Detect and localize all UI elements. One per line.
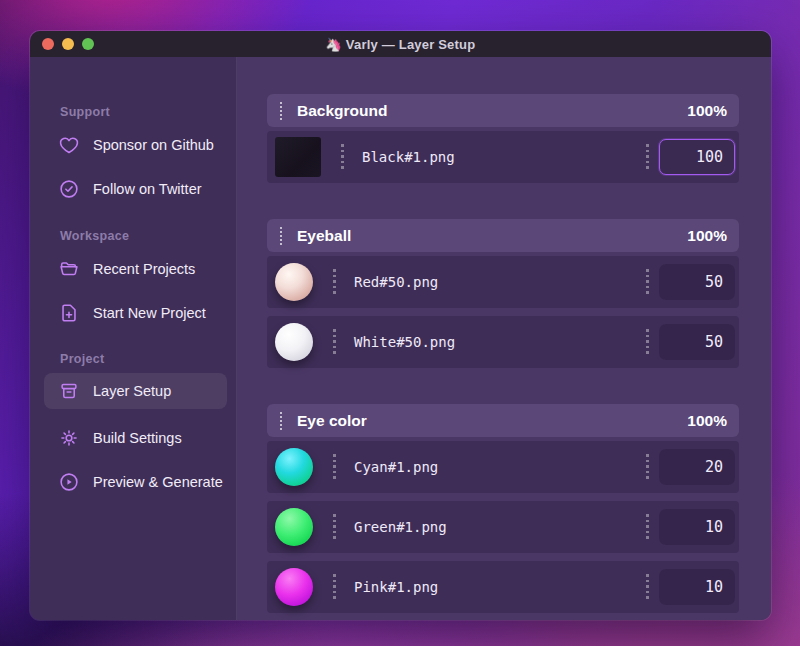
sidebar-section-project: Project bbox=[60, 352, 236, 366]
sidebar-item-sponsor-github[interactable]: Sponsor on Github bbox=[44, 130, 227, 160]
drag-handle-icon[interactable] bbox=[646, 269, 649, 295]
layer-weight-input[interactable] bbox=[659, 139, 735, 175]
drag-handle-icon[interactable] bbox=[333, 269, 336, 295]
layer-group-background: Background 100% Black#1.png bbox=[267, 94, 739, 183]
drag-handle-icon[interactable] bbox=[646, 329, 649, 355]
layer-filename: Red#50.png bbox=[354, 274, 646, 290]
sidebar-item-label: Follow on Twitter bbox=[93, 181, 202, 197]
drag-handle-icon[interactable] bbox=[333, 574, 336, 600]
layer-thumbnail bbox=[275, 508, 313, 546]
layer-thumbnail bbox=[275, 568, 313, 606]
layer-row: White#50.png bbox=[267, 316, 739, 368]
drag-handle-icon[interactable] bbox=[279, 226, 283, 246]
drag-handle-icon[interactable] bbox=[333, 514, 336, 540]
folder-open-icon bbox=[58, 258, 80, 280]
sidebar-item-layer-setup[interactable]: Layer Setup bbox=[44, 373, 227, 409]
layer-filename: Green#1.png bbox=[354, 519, 646, 535]
group-title: Eyeball bbox=[297, 227, 687, 245]
group-weight: 100% bbox=[687, 102, 727, 120]
sidebar-item-label: Preview & Generate bbox=[93, 474, 223, 490]
drag-handle-icon[interactable] bbox=[333, 329, 336, 355]
layer-thumbnail bbox=[275, 263, 313, 301]
sidebar-section-support: Support bbox=[60, 105, 236, 119]
group-weight: 100% bbox=[687, 412, 727, 430]
layer-filename: Pink#1.png bbox=[354, 579, 646, 595]
layer-filename: White#50.png bbox=[354, 334, 646, 350]
app-window: 🦄 Varly — Layer Setup Support Sponsor on… bbox=[30, 31, 771, 620]
drag-handle-icon[interactable] bbox=[646, 574, 649, 600]
drag-handle-icon[interactable] bbox=[279, 101, 283, 121]
play-circle-icon bbox=[58, 471, 80, 493]
sidebar-item-label: Recent Projects bbox=[93, 261, 195, 277]
sidebar-item-follow-twitter[interactable]: Follow on Twitter bbox=[44, 174, 227, 204]
layer-weight-input[interactable] bbox=[659, 569, 735, 605]
layer-row: Green#1.png bbox=[267, 501, 739, 553]
sidebar-item-build-settings[interactable]: Build Settings bbox=[44, 423, 227, 453]
drag-handle-icon[interactable] bbox=[646, 144, 649, 170]
layer-row: Cyan#1.png bbox=[267, 441, 739, 493]
app-unicorn-icon: 🦄 bbox=[326, 37, 342, 52]
window-title-text: Varly — Layer Setup bbox=[346, 37, 476, 52]
drag-handle-icon[interactable] bbox=[333, 454, 336, 480]
layer-filename: Black#1.png bbox=[362, 149, 646, 165]
layer-group-eyeball: Eyeball 100% Red#50.png White#50.png bbox=[267, 219, 739, 368]
document-plus-icon bbox=[58, 302, 80, 324]
group-weight: 100% bbox=[687, 227, 727, 245]
layer-weight-input[interactable] bbox=[659, 449, 735, 485]
sidebar-item-preview-generate[interactable]: Preview & Generate bbox=[44, 467, 227, 497]
layer-thumbnail bbox=[275, 448, 313, 486]
layer-filename: Cyan#1.png bbox=[354, 459, 646, 475]
group-title: Eye color bbox=[297, 412, 687, 430]
gear-icon bbox=[58, 427, 80, 449]
layer-weight-input[interactable] bbox=[659, 264, 735, 300]
layer-row: Pink#1.png bbox=[267, 561, 739, 613]
layer-row: Black#1.png bbox=[267, 131, 739, 183]
group-header: Eye color 100% bbox=[267, 404, 739, 437]
drag-handle-icon[interactable] bbox=[646, 454, 649, 480]
sidebar-item-recent-projects[interactable]: Recent Projects bbox=[44, 254, 227, 284]
drag-handle-icon[interactable] bbox=[279, 411, 283, 431]
group-header: Background 100% bbox=[267, 94, 739, 127]
layer-weight-input[interactable] bbox=[659, 324, 735, 360]
titlebar: 🦄 Varly — Layer Setup bbox=[30, 31, 771, 57]
sidebar-section-workspace: Workspace bbox=[60, 229, 236, 243]
badge-check-icon bbox=[58, 178, 80, 200]
drag-handle-icon[interactable] bbox=[341, 144, 344, 170]
layer-setup-panel: Background 100% Black#1.png Eyeball 100% bbox=[237, 57, 771, 620]
group-title: Background bbox=[297, 102, 687, 120]
window-title: 🦄 Varly — Layer Setup bbox=[30, 37, 771, 52]
sidebar-item-label: Build Settings bbox=[93, 430, 182, 446]
layer-weight-input[interactable] bbox=[659, 509, 735, 545]
sidebar: Support Sponsor on Github Follow on Twit… bbox=[30, 57, 237, 620]
sidebar-item-label: Sponsor on Github bbox=[93, 137, 214, 153]
sidebar-item-start-new-project[interactable]: Start New Project bbox=[44, 298, 227, 328]
layer-thumbnail bbox=[275, 323, 313, 361]
layer-group-eye-color: Eye color 100% Cyan#1.png Green#1.png bbox=[267, 404, 739, 613]
heart-icon bbox=[58, 134, 80, 156]
layer-row: Red#50.png bbox=[267, 256, 739, 308]
archive-box-icon bbox=[58, 380, 80, 402]
group-header: Eyeball 100% bbox=[267, 219, 739, 252]
sidebar-item-label: Layer Setup bbox=[93, 383, 171, 399]
sidebar-item-label: Start New Project bbox=[93, 305, 206, 321]
layer-thumbnail bbox=[275, 137, 321, 177]
drag-handle-icon[interactable] bbox=[646, 514, 649, 540]
